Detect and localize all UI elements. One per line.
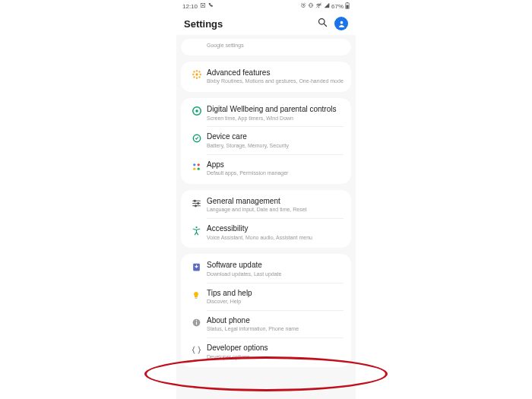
row-subtitle: Language and input, Date and time, Reset: [207, 207, 344, 214]
wifi-icon: [315, 2, 322, 10]
settings-row-google[interactable]: Google settings: [181, 40, 351, 54]
alarm-icon: [300, 2, 306, 10]
settings-row-developer[interactable]: Developer options Developer options: [181, 338, 351, 366]
row-subtitle: Battery, Storage, Memory, Security: [207, 143, 344, 150]
row-title: Apps: [207, 160, 344, 170]
info-icon: [192, 317, 202, 328]
row-title: Developer options: [207, 344, 344, 353]
svg-rect-7: [346, 5, 348, 8]
card-wellbeing-group: Digital Wellbeing and parental controls …: [181, 98, 351, 184]
settings-row-apps[interactable]: Apps Default apps, Permission manager: [181, 155, 351, 182]
svg-rect-6: [347, 2, 348, 3]
settings-row-general[interactable]: General management Language and input, D…: [181, 192, 351, 219]
svg-point-17: [198, 71, 200, 72]
signal-icon: [324, 2, 330, 10]
wellbeing-icon: [192, 106, 202, 116]
phone-icon: [208, 2, 214, 10]
svg-line-9: [324, 24, 326, 26]
row-title: Accessibility: [207, 224, 344, 234]
row-subtitle: Voice Assistant, Mono audio, Assistant m…: [207, 235, 344, 242]
row-subtitle: Screen time, App timers, Wind Down: [207, 116, 344, 122]
battery-icon: [345, 2, 350, 11]
svg-point-33: [195, 226, 197, 228]
settings-row-software[interactable]: Software update Download updates, Last u…: [181, 255, 351, 283]
svg-point-21: [195, 109, 198, 112]
svg-point-32: [195, 204, 196, 206]
svg-point-8: [319, 18, 325, 24]
settings-row-accessibility[interactable]: Accessibility Voice Assistant, Mono audi…: [181, 219, 351, 246]
settings-row-devicecare[interactable]: Device care Battery, Storage, Memory, Se…: [181, 127, 351, 154]
lightbulb-icon: [192, 290, 202, 300]
card-software-group: Software update Download updates, Last u…: [181, 254, 351, 367]
page-title: Settings: [184, 18, 223, 30]
card-general-group: General management Language and input, D…: [181, 190, 351, 249]
row-subtitle: Default apps, Permission manager: [207, 170, 344, 177]
row-title: Digital Wellbeing and parental controls: [207, 105, 344, 115]
svg-point-18: [193, 76, 195, 78]
settings-list[interactable]: Google settings Advanced features Bixby …: [176, 35, 356, 367]
card-advanced: Advanced features Bixby Routines, Motion…: [181, 62, 351, 92]
svg-point-10: [340, 21, 343, 24]
device-care-icon: [192, 133, 202, 144]
settings-row-about[interactable]: About phone Status, Legal information, P…: [181, 311, 351, 338]
svg-point-15: [200, 74, 201, 75]
svg-point-38: [196, 320, 197, 321]
svg-point-31: [198, 202, 199, 204]
svg-point-23: [193, 163, 195, 166]
svg-point-11: [195, 73, 198, 76]
svg-point-16: [193, 71, 195, 72]
phone-frame: 12:10 67%: [176, 0, 356, 399]
status-bar: 12:10 67%: [176, 0, 356, 12]
svg-point-1: [202, 5, 204, 6]
row-title: Software update: [207, 261, 344, 271]
status-time: 12:10: [182, 3, 198, 10]
svg-point-25: [193, 167, 195, 169]
row-subtitle: Bixby Routines, Motions and gestures, On…: [207, 78, 344, 85]
row-subtitle: Developer options: [207, 354, 344, 361]
apps-grid-icon: [192, 161, 202, 172]
braces-icon: [192, 344, 202, 355]
row-subtitle: Status, Legal information, Phone name: [207, 326, 344, 333]
row-title: Tips and help: [207, 289, 344, 299]
svg-rect-3: [310, 3, 312, 7]
svg-point-26: [198, 167, 200, 169]
svg-point-14: [192, 74, 194, 75]
row-title: Advanced features: [207, 68, 344, 78]
svg-point-24: [198, 163, 200, 166]
software-update-icon: [192, 261, 202, 272]
gear-flower-icon: [192, 69, 202, 80]
svg-point-13: [196, 77, 198, 78]
row-subtitle: Google settings: [207, 43, 344, 49]
battery-text: 67%: [331, 3, 344, 10]
svg-point-12: [196, 70, 198, 71]
profile-avatar[interactable]: [334, 17, 348, 30]
row-title: General management: [207, 197, 344, 207]
svg-point-30: [194, 200, 195, 201]
settings-row-wellbeing[interactable]: Digital Wellbeing and parental controls …: [181, 100, 351, 127]
search-icon[interactable]: [317, 17, 328, 31]
vibrate-icon: [308, 2, 314, 10]
row-title: Device care: [207, 132, 344, 142]
svg-point-19: [198, 76, 200, 78]
accessibility-icon: [192, 225, 202, 236]
row-title: About phone: [207, 316, 344, 326]
settings-row-advanced[interactable]: Advanced features Bixby Routines, Motion…: [181, 63, 351, 90]
svg-rect-37: [196, 321, 197, 325]
settings-row-tips[interactable]: Tips and help Discover, Help: [181, 283, 351, 311]
svg-rect-35: [195, 297, 198, 299]
app-header: Settings: [176, 12, 356, 35]
row-subtitle: Download updates, Last update: [207, 271, 344, 278]
card-google-partial: Google settings: [181, 39, 351, 55]
row-subtitle: Discover, Help: [207, 299, 344, 306]
sliders-icon: [192, 198, 202, 208]
screenshot-icon: [200, 2, 206, 10]
